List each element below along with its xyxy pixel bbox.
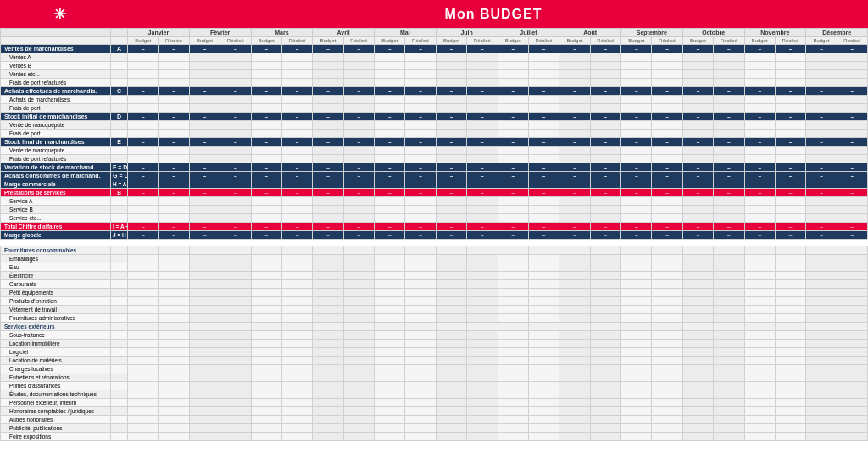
val-cell: – (128, 231, 159, 240)
val-cell (837, 424, 867, 433)
val-cell (159, 297, 189, 306)
row-label: Entretiens et réparations (1, 373, 111, 382)
row-label: Stock final de marchandises (1, 138, 111, 147)
val-cell (343, 130, 374, 138)
val-cell (467, 331, 498, 340)
val-cell (159, 416, 189, 424)
val-cell (682, 289, 713, 297)
val-cell (744, 79, 775, 87)
val-cell (714, 79, 744, 87)
sub-feb-r: Réalisé (220, 37, 251, 45)
val-cell (806, 155, 837, 163)
row-label: Service B (1, 206, 111, 214)
val-cell (621, 331, 652, 340)
val-cell (621, 263, 652, 272)
val-cell (498, 155, 528, 163)
val-cell (159, 399, 189, 407)
val-cell: – (806, 180, 837, 189)
row-code (111, 373, 128, 382)
val-cell (714, 297, 744, 306)
val-cell (128, 53, 159, 62)
val-cell (375, 214, 405, 223)
val-cell (343, 314, 374, 323)
val-cell (621, 147, 652, 155)
val-cell (128, 246, 159, 255)
val-cell (806, 70, 837, 79)
val-cell (467, 255, 498, 263)
row-code (111, 323, 128, 331)
sub-nov-r: Réalisé (775, 37, 805, 45)
val-cell: – (559, 189, 590, 197)
val-cell (652, 357, 682, 365)
val-cell (559, 70, 590, 79)
val-cell (714, 373, 744, 382)
val-cell (251, 206, 281, 214)
val-cell (159, 62, 189, 70)
val-cell (621, 297, 652, 306)
val-cell: – (251, 189, 281, 197)
val-cell: – (806, 138, 837, 147)
table-row: Emballages (1, 255, 868, 263)
val-cell (251, 297, 281, 306)
val-cell (682, 79, 713, 87)
val-cell (806, 357, 837, 365)
val-cell (498, 130, 528, 138)
val-cell (220, 280, 251, 289)
val-cell (806, 331, 837, 340)
val-cell (652, 399, 682, 407)
val-cell (467, 53, 498, 62)
val-cell (436, 130, 466, 138)
val-cell (498, 323, 528, 331)
val-cell (775, 197, 805, 206)
val-cell (498, 197, 528, 206)
val-cell: – (744, 138, 775, 147)
val-cell (467, 306, 498, 314)
val-cell (375, 289, 405, 297)
val-cell (159, 340, 189, 348)
val-cell (467, 416, 498, 424)
val-cell (436, 255, 466, 263)
val-cell: – (775, 189, 805, 197)
val-cell: – (806, 189, 837, 197)
val-cell (281, 382, 312, 390)
val-cell (652, 104, 682, 113)
val-cell (528, 390, 559, 399)
row-label: Services extérieurs (1, 323, 111, 331)
val-cell (313, 130, 343, 138)
val-cell (220, 70, 251, 79)
val-cell (775, 255, 805, 263)
val-cell: – (313, 172, 343, 180)
val-cell (837, 155, 867, 163)
val-cell: – (128, 172, 159, 180)
val-cell: – (128, 45, 159, 53)
val-cell (159, 382, 189, 390)
val-cell (682, 306, 713, 314)
val-cell (251, 407, 281, 416)
val-cell: – (467, 231, 498, 240)
val-cell (467, 70, 498, 79)
val-cell (343, 214, 374, 223)
val-cell (343, 96, 374, 104)
sub-jun-r: Réalisé (467, 37, 498, 45)
sub-apr-b: Budget (313, 37, 343, 45)
val-cell (652, 62, 682, 70)
val-cell: – (528, 223, 559, 231)
val-cell (281, 314, 312, 323)
val-cell (498, 206, 528, 214)
val-cell (775, 306, 805, 314)
val-cell (837, 373, 867, 382)
val-cell (159, 424, 189, 433)
val-cell: – (621, 45, 652, 53)
val-cell (775, 314, 805, 323)
val-cell (251, 348, 281, 357)
sub-may-b: Budget (375, 37, 405, 45)
val-cell (559, 424, 590, 433)
val-cell (128, 357, 159, 365)
sub-header-row: Budget Réalisé Budget Réalisé Budget Réa… (1, 37, 868, 45)
val-cell (467, 382, 498, 390)
val-cell (498, 373, 528, 382)
val-cell (436, 407, 466, 416)
val-cell (405, 390, 436, 399)
val-cell (559, 121, 590, 130)
val-cell: – (837, 231, 867, 240)
